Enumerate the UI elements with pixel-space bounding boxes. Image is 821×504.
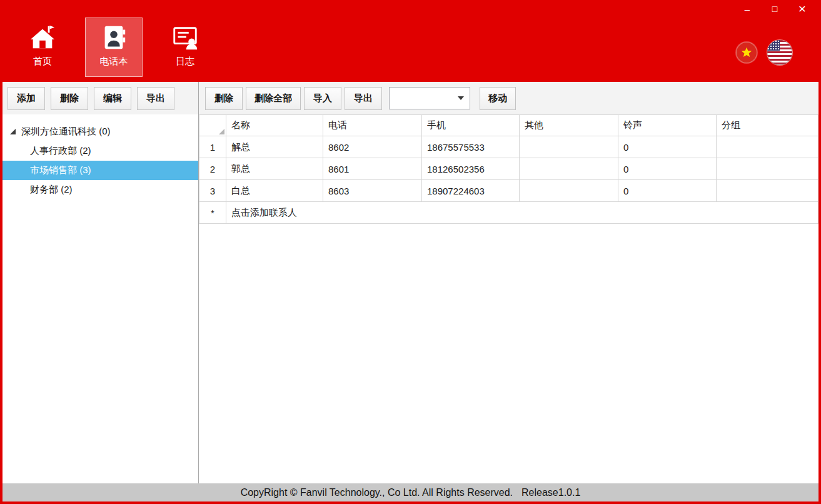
mobile-cell[interactable]: 18126502356: [422, 158, 520, 180]
table-header-row: 名称 电话 手机 其他 铃声 分组: [199, 115, 818, 136]
delete-group-button[interactable]: 删除: [51, 87, 88, 110]
tree-root-label: 深圳方位通讯科技 (0): [21, 126, 111, 138]
select-all-header[interactable]: [199, 115, 226, 136]
add-contact-hint[interactable]: 点击添加联系人: [226, 202, 818, 224]
tree-item-finance-dept[interactable]: 财务部 (2): [3, 180, 198, 199]
ring-cell[interactable]: 0: [618, 136, 717, 158]
ring-cell[interactable]: 0: [618, 180, 717, 202]
minimize-button[interactable]: –: [733, 1, 761, 16]
column-header-ring[interactable]: 铃声: [618, 115, 717, 136]
new-row-marker: *: [199, 202, 226, 224]
dropdown-arrow-icon: [458, 96, 464, 100]
name-cell[interactable]: 郭总: [226, 158, 323, 180]
delete-all-contacts-button[interactable]: 删除全部: [246, 87, 301, 110]
export-group-button[interactable]: 导出: [137, 87, 174, 110]
status-bar: CopyRight © Fanvil Technology., Co Ltd. …: [3, 483, 818, 501]
add-group-button[interactable]: 添加: [8, 87, 45, 110]
add-contact-row[interactable]: * 点击添加联系人: [199, 202, 818, 224]
corner-triangle-icon: [219, 129, 224, 134]
group-cell[interactable]: [717, 136, 818, 158]
column-header-mobile[interactable]: 手机: [422, 115, 520, 136]
row-index-cell[interactable]: 1: [199, 136, 226, 158]
tab-phonebook-label: 电话本: [100, 56, 128, 68]
row-index-cell[interactable]: 3: [199, 180, 226, 202]
phone-cell[interactable]: 8603: [323, 180, 422, 202]
name-cell[interactable]: 白总: [226, 180, 323, 202]
column-header-other[interactable]: 其他: [520, 115, 618, 136]
usa-flag-icon[interactable]: [767, 40, 792, 65]
usa-flag-canton: [767, 40, 780, 51]
other-cell[interactable]: [520, 136, 618, 158]
china-flag-icon[interactable]: [736, 42, 757, 63]
move-button[interactable]: 移动: [480, 87, 516, 110]
ring-cell[interactable]: 0: [618, 158, 717, 180]
titlebar: – □ ×: [0, 0, 821, 18]
mobile-cell[interactable]: 18907224603: [422, 180, 520, 202]
phone-cell[interactable]: 8601: [323, 158, 422, 180]
other-cell[interactable]: [520, 180, 618, 202]
group-toolbar: 添加 删除 编辑 导出: [3, 82, 198, 114]
tree-item-label: 人事行政部 (2): [30, 145, 91, 157]
maximize-button[interactable]: □: [761, 1, 788, 16]
other-cell[interactable]: [520, 158, 618, 180]
copyright-text: CopyRight © Fanvil Technology., Co Ltd. …: [241, 487, 513, 498]
contacts-panel: 删除 删除全部 导入 导出 移动: [199, 82, 818, 483]
language-switcher: [736, 40, 792, 65]
tree-item-hr-dept[interactable]: 人事行政部 (2): [3, 141, 198, 161]
column-header-group[interactable]: 分组: [717, 115, 818, 136]
nav-tabs: 首页 电话本: [14, 18, 214, 77]
close-button[interactable]: ×: [788, 1, 816, 16]
app-window: – □ × 首页: [0, 0, 821, 504]
tab-home-label: 首页: [33, 56, 52, 68]
tab-phonebook[interactable]: 电话本: [85, 18, 143, 77]
mobile-cell[interactable]: 18675575533: [422, 136, 520, 158]
group-panel: 添加 删除 编辑 导出 深圳方位通讯科技 (0) 人事行政部 (2) 市场销售部…: [3, 82, 199, 483]
china-flag-star: [740, 46, 753, 59]
phonebook-icon: [99, 23, 129, 53]
tree-item-label: 财务部 (2): [30, 184, 73, 196]
main-content: 添加 删除 编辑 导出 深圳方位通讯科技 (0) 人事行政部 (2) 市场销售部…: [3, 82, 818, 483]
contact-row[interactable]: 2 郭总 8601 18126502356 0: [199, 158, 818, 180]
app-header: 首页 电话本: [0, 18, 821, 82]
contact-row[interactable]: 1 解总 8602 18675575533 0: [199, 136, 818, 158]
row-index-cell[interactable]: 2: [199, 158, 226, 180]
log-icon: [170, 23, 200, 53]
group-tree: 深圳方位通讯科技 (0) 人事行政部 (2) 市场销售部 (3) 财务部 (2): [3, 114, 198, 199]
group-cell[interactable]: [717, 180, 818, 202]
tab-log[interactable]: 日志: [156, 18, 214, 77]
delete-contact-button[interactable]: 删除: [205, 87, 243, 110]
column-header-phone[interactable]: 电话: [323, 115, 422, 136]
contact-row[interactable]: 3 白总 8603 18907224603 0: [199, 180, 818, 202]
tab-log-label: 日志: [176, 56, 194, 68]
release-version: Release1.0.1: [521, 487, 580, 498]
tree-item-sales-dept[interactable]: 市场销售部 (3): [3, 161, 198, 180]
contacts-table: 名称 电话 手机 其他 铃声 分组 1 解总 8602: [199, 114, 818, 224]
tree-item-label: 市场销售部 (3): [30, 164, 91, 176]
triangle-expanded-icon: [10, 129, 16, 134]
group-cell[interactable]: [717, 158, 818, 180]
export-button[interactable]: 导出: [345, 87, 382, 110]
contacts-toolbar: 删除 删除全部 导入 导出 移动: [199, 82, 818, 114]
column-header-name[interactable]: 名称: [226, 115, 323, 136]
contacts-table-wrap: 名称 电话 手机 其他 铃声 分组 1 解总 8602: [199, 114, 818, 483]
edit-group-button[interactable]: 编辑: [94, 87, 131, 110]
home-icon: [28, 23, 58, 53]
tree-root-company[interactable]: 深圳方位通讯科技 (0): [3, 122, 198, 141]
phone-cell[interactable]: 8602: [323, 136, 422, 158]
name-cell[interactable]: 解总: [226, 136, 323, 158]
group-select-dropdown[interactable]: [389, 87, 470, 109]
tab-home[interactable]: 首页: [14, 18, 71, 77]
import-button[interactable]: 导入: [304, 87, 341, 110]
